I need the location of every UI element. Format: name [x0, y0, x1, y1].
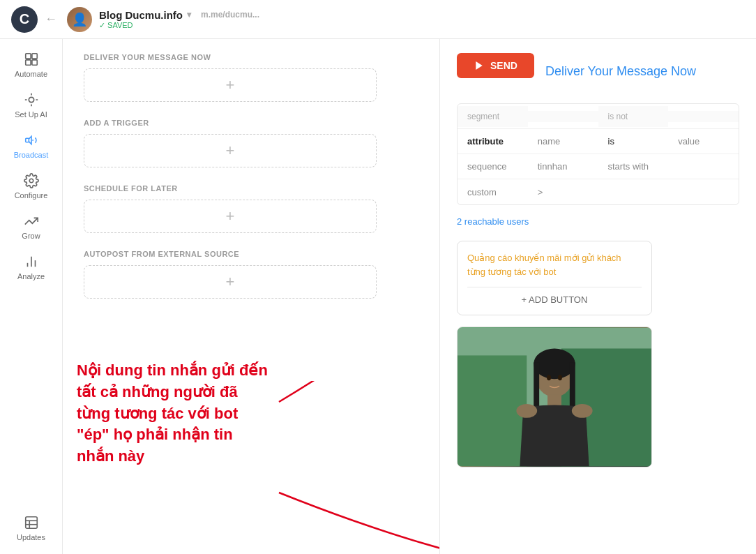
svg-point-6	[29, 179, 33, 183]
svg-rect-2	[25, 60, 30, 65]
person-image	[458, 327, 651, 467]
svg-point-25	[516, 404, 537, 418]
trigger-label: ADD A TRIGGER	[84, 119, 418, 127]
send-button[interactable]: SEND	[457, 53, 534, 78]
filter-cell-startswith: starts with	[598, 156, 669, 177]
svg-rect-10	[25, 517, 37, 529]
person-svg	[458, 327, 651, 467]
filter-header-isnot: is not	[598, 106, 669, 127]
filter-cell-name: name	[528, 130, 598, 152]
sidebar-item-setup-ai[interactable]: Set Up AI	[3, 87, 59, 124]
filter-cell-value: value	[668, 130, 739, 152]
sidebar-item-automate[interactable]: Automate	[3, 46, 59, 84]
svg-point-21	[534, 349, 575, 380]
filter-cell-empty3	[598, 186, 669, 197]
svg-point-26	[572, 404, 593, 418]
automate-icon	[24, 52, 39, 67]
schedule-label: SCHEDULE FOR LATER	[84, 184, 418, 193]
header-title: Blog Ducmu.info ▾ m.me/ducmu...	[99, 9, 259, 21]
page-link: m.me/ducmu...	[201, 10, 259, 20]
autopost-add-card[interactable]: +	[84, 265, 377, 299]
svg-rect-0	[25, 54, 30, 59]
sidebar-item-configure[interactable]: Configure	[3, 167, 59, 205]
analyze-icon	[24, 254, 39, 269]
svg-rect-3	[31, 60, 36, 65]
sidebar-item-broadcast[interactable]: Broadcast	[3, 127, 59, 165]
sidebar: Automate Set Up AI Broadcast Configure	[0, 39, 63, 554]
sidebar-item-updates[interactable]: Updates	[3, 509, 59, 547]
filter-cell-empty4	[668, 186, 739, 197]
broadcast-icon	[24, 133, 39, 148]
filter-cell-gt: >	[528, 181, 598, 203]
filter-table: segment is not attribute name is value s…	[457, 103, 739, 205]
app-body: Automate Set Up AI Broadcast Configure	[0, 39, 756, 554]
filter-header-row: segment is not	[458, 104, 739, 129]
filter-header-value	[668, 111, 739, 122]
filter-header-segment: segment	[458, 106, 528, 127]
updates-icon	[24, 515, 39, 530]
svg-rect-18	[458, 355, 527, 466]
filter-cell-sequence: sequence	[458, 156, 528, 177]
app-header: C ← 👤 Blog Ducmu.info ▾ m.me/ducmu... ✓ …	[0, 0, 756, 39]
main-content: DELIVER YOUR MESSAGE NOW + ADD A TRIGGER…	[63, 39, 756, 554]
trigger-add-card[interactable]: +	[84, 134, 377, 167]
svg-point-27	[547, 375, 551, 380]
deliver-label: DELIVER YOUR MESSAGE NOW	[84, 53, 418, 61]
svg-point-28	[558, 375, 562, 380]
filter-row-2: sequence tinnhan starts with	[458, 154, 739, 179]
filter-cell-empty2	[668, 161, 739, 172]
autopost-label: AUTOPOST FROM EXTERNAL SOURCE	[84, 250, 418, 258]
schedule-add-card[interactable]: +	[84, 200, 377, 233]
svg-rect-5	[25, 138, 29, 142]
filter-cell-is: is	[598, 130, 669, 152]
deliver-add-card[interactable]: +	[84, 68, 377, 102]
grow-icon	[24, 214, 39, 229]
filter-row-1: attribute name is value	[458, 129, 739, 154]
right-panel: SEND Deliver Your Message Now segment is…	[439, 39, 756, 554]
image-card	[457, 327, 652, 467]
page-avatar: 👤	[67, 7, 92, 32]
svg-point-4	[29, 97, 33, 102]
header-info: Blog Ducmu.info ▾ m.me/ducmu... ✓ SAVED	[99, 9, 259, 30]
annotation-text: Nội dung tin nhắn gửi đến tất cả những n…	[77, 360, 272, 467]
sidebar-item-analyze[interactable]: Analyze	[3, 248, 59, 286]
svg-rect-1	[31, 54, 36, 59]
configure-icon	[24, 173, 39, 188]
panel-header-row: SEND Deliver Your Message Now	[457, 53, 739, 89]
saved-status: ✓ SAVED	[99, 21, 259, 30]
left-panel: DELIVER YOUR MESSAGE NOW + ADD A TRIGGER…	[63, 39, 439, 554]
send-icon	[474, 60, 485, 71]
sidebar-item-grow[interactable]: Grow	[3, 208, 59, 246]
dropdown-icon[interactable]: ▾	[187, 10, 191, 20]
filter-row-3: custom >	[458, 179, 739, 204]
svg-marker-16	[476, 61, 482, 70]
annotation-arrow	[244, 381, 439, 554]
message-text: Quảng cáo khuyến mãi mới gửi khách từng …	[467, 251, 642, 278]
filter-header-name	[528, 111, 598, 122]
app-logo: C	[11, 6, 38, 33]
back-button[interactable]: ←	[45, 12, 57, 27]
filter-cell-custom: custom	[458, 181, 528, 203]
message-card: Quảng cáo khuyến mãi mới gửi khách từng …	[457, 241, 652, 315]
filter-cell-attribute: attribute	[458, 130, 528, 152]
filter-cell-tinnhan: tinnhan	[528, 156, 598, 177]
panel-title: Deliver Your Message Now	[545, 64, 696, 79]
ai-icon	[24, 92, 39, 107]
reachable-users: 2 reachable users	[457, 216, 739, 227]
add-button-row[interactable]: + ADD BUTTON	[467, 287, 642, 305]
